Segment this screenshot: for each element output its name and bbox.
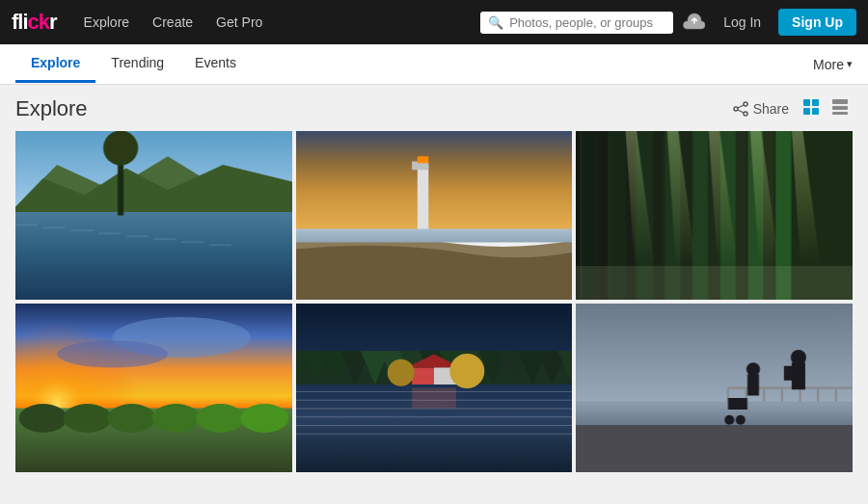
search-bar: 🔍 (480, 12, 673, 34)
list-icon (831, 98, 849, 116)
share-label: Share (753, 101, 789, 117)
grid-icon (802, 98, 820, 116)
photo-sunset (15, 304, 292, 472)
share-button[interactable]: Share (733, 101, 789, 117)
svg-line-3 (738, 105, 744, 108)
subnav-events[interactable]: Events (179, 45, 252, 83)
svg-point-1 (734, 107, 738, 111)
photo-lighthouse (296, 131, 573, 300)
page-header: Explore Share (15, 96, 853, 121)
svg-point-0 (744, 102, 747, 106)
photo-cell[interactable] (15, 131, 292, 300)
list-view-button[interactable] (827, 96, 853, 121)
svg-rect-7 (803, 108, 810, 115)
photo-mountain-lake (15, 131, 292, 300)
subnav-links: Explore Trending Events (15, 45, 813, 83)
photo-cell[interactable] (296, 304, 573, 472)
svg-point-2 (744, 112, 747, 116)
svg-rect-8 (812, 108, 819, 115)
photo-cell[interactable] (296, 131, 573, 300)
search-input[interactable] (509, 15, 665, 30)
svg-rect-6 (812, 99, 819, 106)
main-nav: Explore Create Get Pro (74, 11, 481, 34)
search-icon: 🔍 (488, 15, 503, 30)
login-button[interactable]: Log In (716, 11, 769, 34)
svg-rect-9 (832, 99, 848, 104)
upload-button[interactable] (683, 11, 706, 35)
main-content: Explore Share (0, 85, 868, 480)
signup-button[interactable]: Sign Up (778, 9, 856, 36)
svg-rect-11 (832, 112, 848, 115)
photo-grid (15, 131, 853, 472)
header-right: 🔍 Log In Sign Up (480, 9, 856, 36)
grid-view-button[interactable] (799, 96, 824, 121)
photo-silhouettes (576, 304, 853, 472)
nav-getpro[interactable]: Get Pro (206, 11, 272, 34)
header: flickr Explore Create Get Pro 🔍 Log In S… (0, 0, 868, 44)
nav-explore[interactable]: Explore (74, 11, 139, 34)
photo-cell[interactable] (15, 304, 292, 472)
photo-cell[interactable] (576, 131, 853, 300)
view-toggle (799, 96, 853, 121)
nav-create[interactable]: Create (143, 11, 203, 34)
share-icon (733, 101, 748, 117)
svg-line-4 (738, 110, 744, 113)
svg-rect-5 (803, 99, 810, 106)
subnav: Explore Trending Events More (0, 44, 868, 85)
subnav-explore[interactable]: Explore (15, 45, 95, 83)
photo-lake-house (296, 304, 573, 472)
svg-rect-10 (832, 106, 848, 110)
upload-icon (683, 11, 706, 30)
more-button[interactable]: More (813, 57, 853, 72)
photo-forest (576, 131, 853, 300)
page-title: Explore (15, 96, 88, 121)
page-actions: Share (733, 96, 853, 121)
flickr-logo: flickr (12, 10, 57, 35)
subnav-trending[interactable]: Trending (95, 45, 179, 83)
photo-cell[interactable] (576, 304, 853, 472)
